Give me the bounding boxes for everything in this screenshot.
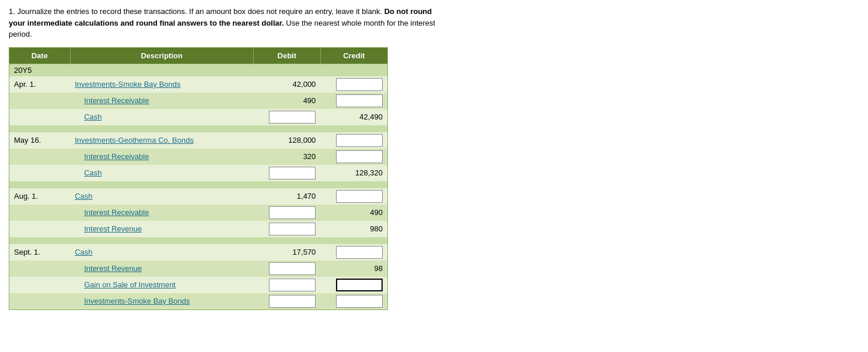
table-row: Cash128,320 xyxy=(9,165,388,181)
description-cell[interactable]: Cash xyxy=(70,244,253,261)
debit-cell xyxy=(253,277,320,293)
credit-input[interactable] xyxy=(336,190,383,203)
debit-cell: 320 xyxy=(253,149,320,165)
description-cell[interactable]: Interest Revenue xyxy=(70,261,253,277)
date-sept1 xyxy=(9,277,71,293)
credit-input[interactable] xyxy=(336,150,383,163)
credit-cell xyxy=(320,149,387,165)
date-may16 xyxy=(9,149,71,165)
table-row: Interest Receivable490 xyxy=(9,93,388,109)
table-header-row: Date Description Debit Credit xyxy=(9,47,388,64)
table-row: Apr. 1.Investments-Smoke Bay Bonds42,000 xyxy=(9,76,388,93)
description-cell[interactable]: Investments-Smoke Bay Bonds xyxy=(70,293,253,310)
credit-cell xyxy=(320,93,387,109)
date-aug1: Aug. 1. xyxy=(9,188,71,205)
description-cell[interactable]: Investments-Geotherma Co. Bonds xyxy=(70,132,253,149)
date-apr1 xyxy=(9,93,71,109)
date-sept1: Sept. 1. xyxy=(9,244,71,261)
spacer-row xyxy=(9,237,388,244)
description-cell[interactable]: Investments-Smoke Bay Bonds xyxy=(70,76,253,93)
description-cell[interactable]: Interest Receivable xyxy=(70,149,253,165)
credit-cell: 980 xyxy=(320,221,387,237)
date-may16: May 16. xyxy=(9,132,71,149)
debit-input[interactable] xyxy=(269,111,316,124)
credit-input[interactable] xyxy=(336,134,383,147)
table-row: Cash42,490 xyxy=(9,109,388,125)
debit-cell: 17,570 xyxy=(253,244,320,261)
credit-cell: 490 xyxy=(320,205,387,221)
table-row: Investments-Smoke Bay Bonds xyxy=(9,293,388,310)
date-apr1 xyxy=(9,109,71,125)
debit-cell xyxy=(253,221,320,237)
spacer-row xyxy=(9,125,388,132)
header-debit: Debit xyxy=(253,47,320,64)
year-label: 20Y5 xyxy=(9,64,388,76)
debit-cell: 128,000 xyxy=(253,132,320,149)
instruction-text1: Journalize the entries to record these t… xyxy=(15,7,384,16)
instructions: 1. Journalize the entries to record thes… xyxy=(9,6,440,40)
debit-cell: 490 xyxy=(253,93,320,109)
debit-cell xyxy=(253,261,320,277)
table-row: Interest Revenue98 xyxy=(9,261,388,277)
description-cell[interactable]: Cash xyxy=(70,109,253,125)
header-date: Date xyxy=(9,47,71,64)
credit-cell xyxy=(320,293,387,310)
credit-cell: 98 xyxy=(320,261,387,277)
debit-cell xyxy=(253,109,320,125)
spacer-row xyxy=(9,181,388,188)
credit-input[interactable] xyxy=(336,295,383,308)
table-row: Sept. 1.Cash17,570 xyxy=(9,244,388,261)
debit-input[interactable] xyxy=(269,279,316,291)
table-row: Interest Receivable320 xyxy=(9,149,388,165)
credit-cell: 42,490 xyxy=(320,109,387,125)
credit-input[interactable] xyxy=(336,246,383,259)
date-may16 xyxy=(9,165,71,181)
table-row: Interest Receivable490 xyxy=(9,205,388,221)
debit-input[interactable] xyxy=(269,223,316,235)
credit-cell xyxy=(320,188,387,205)
date-sept1 xyxy=(9,261,71,277)
description-cell[interactable]: Cash xyxy=(70,188,253,205)
debit-cell xyxy=(253,205,320,221)
journal-table: Date Description Debit Credit 20Y5Apr. 1… xyxy=(9,47,388,310)
table-row: Interest Revenue980 xyxy=(9,221,388,237)
table-row: Aug. 1.Cash1,470 xyxy=(9,188,388,205)
credit-cell xyxy=(320,244,387,261)
header-description: Description xyxy=(70,47,253,64)
debit-input[interactable] xyxy=(269,167,316,179)
credit-cell xyxy=(320,132,387,149)
instruction-number: 1. xyxy=(9,7,15,16)
description-cell[interactable]: Interest Revenue xyxy=(70,221,253,237)
debit-cell: 1,470 xyxy=(253,188,320,205)
debit-input[interactable] xyxy=(269,295,316,308)
description-cell[interactable]: Interest Receivable xyxy=(70,93,253,109)
date-sept1 xyxy=(9,293,71,310)
credit-cell xyxy=(320,76,387,93)
date-aug1 xyxy=(9,205,71,221)
debit-input[interactable] xyxy=(269,262,316,275)
date-aug1 xyxy=(9,221,71,237)
description-cell[interactable]: Cash xyxy=(70,165,253,181)
credit-input[interactable] xyxy=(336,78,383,91)
year-row: 20Y5 xyxy=(9,64,388,76)
credit-cell: 128,320 xyxy=(320,165,387,181)
credit-cell xyxy=(320,277,387,293)
header-credit: Credit xyxy=(320,47,387,64)
date-apr1: Apr. 1. xyxy=(9,76,71,93)
credit-input[interactable] xyxy=(336,279,383,291)
description-cell[interactable]: Gain on Sale of Investment xyxy=(70,277,253,293)
table-row: Gain on Sale of Investment xyxy=(9,277,388,293)
debit-cell: 42,000 xyxy=(253,76,320,93)
description-cell[interactable]: Interest Receivable xyxy=(70,205,253,221)
credit-input[interactable] xyxy=(336,94,383,107)
debit-input[interactable] xyxy=(269,206,316,219)
debit-cell xyxy=(253,293,320,310)
table-row: May 16.Investments-Geotherma Co. Bonds12… xyxy=(9,132,388,149)
debit-cell xyxy=(253,165,320,181)
